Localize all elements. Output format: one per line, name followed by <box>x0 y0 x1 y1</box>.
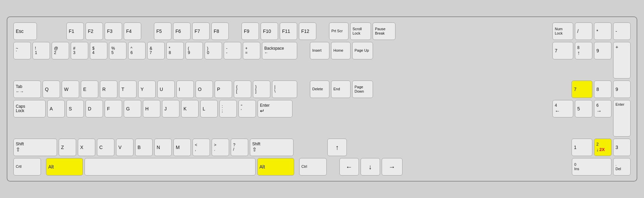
key-m[interactable]: M <box>173 139 191 156</box>
key-lalt-yellow[interactable]: Alt <box>46 158 83 176</box>
key-y[interactable]: Y <box>138 81 156 98</box>
key-numlock[interactable]: Num Lock <box>552 22 573 40</box>
key-num9[interactable]: 9 <box>594 42 611 59</box>
key-f8[interactable]: F8 <box>211 22 229 40</box>
key-8[interactable]: *8 <box>166 42 184 59</box>
key-equals[interactable]: += <box>243 42 260 59</box>
key-quote[interactable]: "' <box>238 100 256 117</box>
key-3[interactable]: #3 <box>71 42 88 59</box>
key-num1[interactable]: 1 <box>572 139 592 156</box>
key-6[interactable]: ^6 <box>128 42 146 59</box>
key-lshift[interactable]: Shift⇧ <box>13 139 57 156</box>
key-uparrow[interactable]: ↑ <box>327 139 347 156</box>
key-f7[interactable]: F7 <box>192 22 210 40</box>
key-0[interactable]: )0 <box>205 42 222 59</box>
key-f9[interactable]: F9 <box>241 22 259 40</box>
key-numdot[interactable]: .Del <box>613 158 631 176</box>
key-1[interactable]: !1 <box>33 42 50 59</box>
key-num7-yellow[interactable]: 7 <box>572 81 592 98</box>
key-num4[interactable]: 4← <box>552 100 573 117</box>
key-q[interactable]: Q <box>43 81 60 98</box>
key-rightarrow[interactable]: → <box>382 158 402 176</box>
key-tab[interactable]: Tab←→ <box>13 81 41 98</box>
key-scrlock[interactable]: Scroll Lock <box>350 22 371 40</box>
key-slash[interactable]: ?/ <box>231 139 248 156</box>
key-pagedown[interactable]: Page Down <box>352 81 373 98</box>
key-rshift[interactable]: Shift⇧ <box>250 139 293 156</box>
key-9[interactable]: (9 <box>185 42 203 59</box>
key-v[interactable]: V <box>116 139 133 156</box>
key-o[interactable]: O <box>196 81 213 98</box>
key-f6[interactable]: F6 <box>173 22 191 40</box>
key-num5[interactable]: 5 <box>575 100 592 117</box>
key-n[interactable]: N <box>154 139 172 156</box>
key-s[interactable]: S <box>66 100 84 117</box>
key-rctrl[interactable]: Ctrl <box>299 158 327 176</box>
key-backslash[interactable]: |\ <box>272 81 297 98</box>
key-h[interactable]: H <box>143 100 160 117</box>
key-period[interactable]: >. <box>212 139 229 156</box>
key-numslash[interactable]: / <box>575 22 592 40</box>
key-f11[interactable]: F11 <box>280 22 297 40</box>
key-capslock[interactable]: CapsLock <box>13 100 46 117</box>
key-numplus[interactable]: + <box>613 42 631 79</box>
key-x[interactable]: X <box>78 139 95 156</box>
key-numenter[interactable]: Enter <box>613 100 631 137</box>
key-space[interactable] <box>85 158 256 176</box>
key-i[interactable]: I <box>176 81 194 98</box>
key-pause[interactable]: Pause Break <box>373 22 395 40</box>
key-home[interactable]: Home <box>331 42 351 59</box>
key-num7[interactable]: 7 <box>552 42 573 59</box>
key-downarrow[interactable]: ↓ <box>361 158 380 176</box>
key-lctrl[interactable]: Crtl <box>13 158 41 176</box>
key-f[interactable]: F <box>105 100 122 117</box>
key-r[interactable]: R <box>100 81 117 98</box>
key-rbracket[interactable]: }] <box>253 81 270 98</box>
key-7[interactable]: &7 <box>147 42 165 59</box>
key-num6[interactable]: 6→ <box>594 100 611 117</box>
key-insert[interactable]: Insert <box>310 42 329 59</box>
key-5[interactable]: %5 <box>109 42 126 59</box>
key-num8[interactable]: 8↑ <box>575 42 592 59</box>
key-4[interactable]: $4 <box>90 42 107 59</box>
key-lbracket[interactable]: {[ <box>234 81 251 98</box>
key-z[interactable]: Z <box>59 139 76 156</box>
key-num0[interactable]: 0Ins <box>572 158 611 176</box>
key-a[interactable]: A <box>47 100 65 117</box>
key-prtscr[interactable]: Prt Scr <box>329 22 348 40</box>
key-end[interactable]: End <box>331 81 351 98</box>
key-c[interactable]: C <box>97 139 114 156</box>
key-f12[interactable]: F12 <box>299 22 316 40</box>
key-f10[interactable]: F10 <box>261 22 278 40</box>
key-leftarrow[interactable]: ← <box>339 158 359 176</box>
key-e[interactable]: E <box>81 81 98 98</box>
key-w[interactable]: W <box>62 81 79 98</box>
key-delete[interactable]: Delete <box>310 81 329 98</box>
key-pageup[interactable]: Page Up <box>352 42 373 59</box>
key-l[interactable]: L <box>200 100 218 117</box>
key-semicolon[interactable]: :; <box>219 100 237 117</box>
key-num3[interactable]: 3 <box>613 139 631 156</box>
key-p[interactable]: P <box>215 81 232 98</box>
key-comma[interactable]: <, <box>193 139 210 156</box>
key-ralt-yellow[interactable]: Alt <box>257 158 294 176</box>
key-b[interactable]: B <box>135 139 153 156</box>
key-num9-row3[interactable]: 9 <box>613 81 631 98</box>
key-esc[interactable]: Esc <box>13 22 37 40</box>
key-backspace[interactable]: Backspace← <box>262 42 297 59</box>
key-f1[interactable]: F1 <box>66 22 84 40</box>
key-num8-row3[interactable]: 8 <box>594 81 611 98</box>
key-t[interactable]: T <box>119 81 137 98</box>
key-2[interactable]: @2 <box>52 42 69 59</box>
key-num2-yellow[interactable]: 2 ↓2X <box>594 139 611 156</box>
key-f2[interactable]: F2 <box>86 22 103 40</box>
key-k[interactable]: K <box>181 100 199 117</box>
key-d[interactable]: D <box>86 100 103 117</box>
key-minus[interactable]: -- <box>224 42 241 59</box>
key-j[interactable]: J <box>162 100 179 117</box>
key-g[interactable]: G <box>124 100 141 117</box>
key-numstar[interactable]: * <box>594 22 611 40</box>
key-tilde[interactable]: ~` <box>13 42 31 59</box>
key-f3[interactable]: F3 <box>105 22 122 40</box>
key-u[interactable]: U <box>157 81 175 98</box>
